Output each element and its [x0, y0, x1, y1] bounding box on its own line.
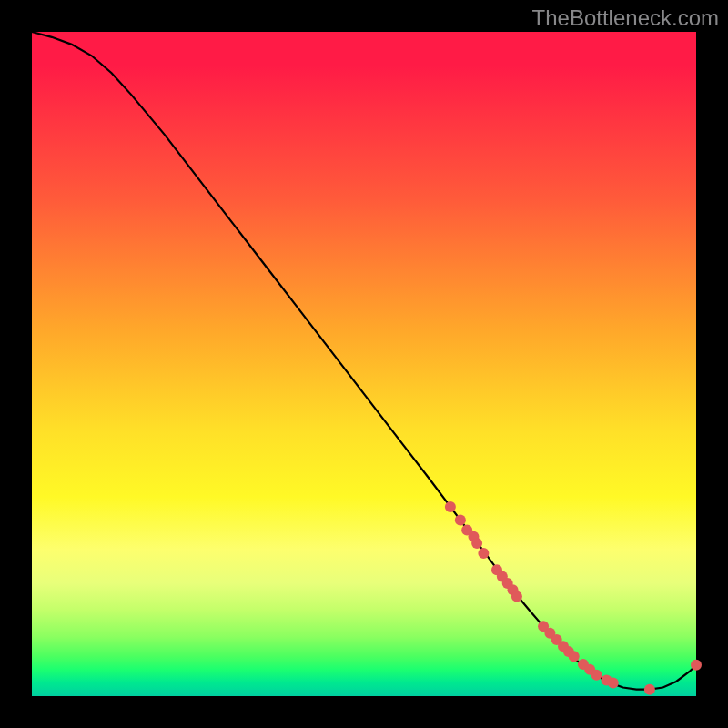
points-layer — [32, 32, 696, 696]
data-point — [691, 660, 702, 671]
plot-area — [32, 32, 696, 696]
data-point — [569, 651, 580, 662]
data-point — [592, 670, 602, 681]
data-point — [455, 515, 466, 526]
data-point — [608, 677, 619, 688]
data-point — [511, 592, 522, 602]
data-point — [471, 538, 482, 549]
chart-container: TheBottleneck.com — [0, 0, 728, 728]
data-point — [478, 548, 489, 559]
data-point — [644, 684, 655, 695]
watermark: TheBottleneck.com — [532, 5, 719, 31]
scatter-points — [445, 501, 702, 695]
data-point — [445, 501, 456, 512]
